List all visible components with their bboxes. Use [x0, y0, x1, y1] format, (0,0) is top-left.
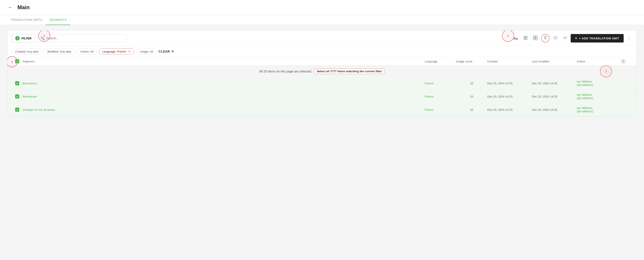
filter-button[interactable]: 1 FILTER: [12, 34, 35, 43]
table-row: Bienvenue ! French 10 Dec 03, 2024 14:25…: [8, 77, 636, 90]
search-input[interactable]: [46, 37, 124, 40]
chip-modified[interactable]: Modified: Any date: [44, 49, 75, 55]
filter-badge: 1: [15, 36, 20, 41]
more-options-button[interactable]: ⋮: [626, 35, 632, 42]
chip-usage[interactable]: Usage: All: [136, 49, 156, 55]
table-row: Bienvenue! French 10 Dec 03, 2024 14:25 …: [8, 90, 636, 103]
tab-segments[interactable]: SEGMENTS: [46, 15, 70, 25]
cell-language-1: French: [425, 82, 456, 85]
cell-segment-2: Bienvenue!: [22, 95, 425, 98]
grid-icon: [533, 36, 538, 41]
chip-close-icon[interactable]: ✕: [128, 50, 131, 53]
column-settings-icon-btn[interactable]: [622, 59, 626, 63]
svg-rect-7: [525, 39, 526, 40]
toolbar: 1 FILTER 🔍 Aa: [8, 31, 636, 46]
th-actions: [622, 59, 632, 63]
add-translation-unit-button[interactable]: + + ADD TRANSLATION UNIT: [571, 34, 624, 43]
plus-icon: +: [575, 36, 577, 40]
cell-created-2: Dec 03, 2024 14:25: [487, 95, 532, 98]
svg-rect-0: [524, 36, 524, 37]
cell-language-3: French: [425, 108, 456, 111]
case-icon: Aa: [514, 37, 518, 40]
cell-author-3: Ian Williams (@i.williams): [577, 106, 622, 113]
table-header: 2 Segment ↓ Language Usage count Created…: [8, 57, 636, 66]
clear-button[interactable]: CLEAR ✕: [158, 50, 174, 53]
svg-rect-8: [526, 39, 527, 40]
th-author: Author: [577, 60, 622, 63]
cell-segment-3: Changer le mot de passe: [22, 108, 425, 111]
toolbar-icons: Aa: [512, 34, 632, 43]
cell-usage-3: 10: [456, 108, 487, 111]
search-wrapper: 🔍: [38, 35, 127, 42]
cell-modified-2: Dec 03, 2024 14:25: [532, 95, 577, 98]
cell-author-1: Ian Williams (@i.williams): [577, 80, 622, 87]
content-card: 1 4 1 FILTER 🔍 Aa: [7, 31, 637, 117]
sort-icon: [563, 36, 567, 41]
cell-created-1: Dec 03, 2024 14:25: [487, 82, 532, 85]
select-all-check[interactable]: [15, 59, 19, 63]
th-usage-count: Usage count: [456, 60, 487, 63]
filter-label: FILTER: [22, 37, 32, 40]
row-checkbox-1[interactable]: [12, 81, 22, 85]
select-all-banner: 3 All 25 items on this page are selected…: [8, 66, 636, 77]
row-checkbox-3[interactable]: [12, 108, 22, 112]
chart-icon-btn[interactable]: [522, 34, 530, 43]
row-checkbox-2[interactable]: [12, 94, 22, 98]
chip-language-label: Language: French: [102, 50, 126, 53]
cell-usage-2: 10: [456, 95, 487, 98]
sort-down-icon[interactable]: ↓: [35, 60, 36, 63]
chip-created[interactable]: Created: Any date: [12, 49, 42, 55]
cell-segment-1: Bienvenue !: [22, 82, 425, 85]
case-icon-btn[interactable]: Aa: [512, 35, 520, 42]
chip-language[interactable]: Language: French ✕: [99, 48, 134, 55]
chip-author[interactable]: Author: All: [77, 49, 97, 55]
sync-icon: [553, 36, 558, 41]
select-banner-text: All 25 items on this page are selected.: [259, 70, 312, 73]
cell-author-2: Ian Williams (@i.williams): [577, 93, 622, 100]
svg-rect-5: [526, 37, 527, 38]
filter-chips-bar: Created: Any date Modified: Any date Aut…: [8, 46, 636, 57]
svg-rect-1: [525, 36, 526, 37]
add-label: + ADD TRANSLATION UNIT: [579, 37, 619, 40]
more-icon: ⋮: [627, 36, 631, 41]
th-language: Language: [425, 60, 456, 63]
svg-rect-10: [536, 36, 537, 38]
grid-icon-btn[interactable]: [531, 34, 539, 43]
sort-button[interactable]: [561, 34, 569, 43]
svg-rect-3: [524, 37, 524, 38]
svg-rect-2: [526, 36, 527, 37]
svg-rect-12: [536, 38, 537, 40]
cell-language-2: French: [425, 95, 456, 98]
chart-icon: [523, 36, 528, 41]
th-segment: Segment ↓: [22, 60, 425, 63]
svg-rect-9: [533, 36, 535, 38]
select-all-checkbox[interactable]: [12, 59, 22, 63]
table-row: Changer le mot de passe French 10 Dec 03…: [8, 103, 636, 116]
select-all-button[interactable]: Select all 7777 items matching the curre…: [314, 69, 385, 74]
cell-usage-1: 10: [456, 82, 487, 85]
svg-rect-14: [624, 60, 625, 63]
svg-rect-6: [524, 39, 524, 40]
th-last-modified: Last modified: [532, 60, 577, 63]
tab-translation-units[interactable]: TRANSLATION UNITS: [7, 15, 46, 25]
th-created: Created: [487, 60, 532, 63]
cell-created-3: Dec 03, 2024 14:25: [487, 108, 532, 111]
search-icon: 🔍: [40, 36, 45, 41]
tabs-bar: TRANSLATION UNITS SEGMENTS: [0, 15, 644, 25]
sync-button[interactable]: [552, 34, 560, 43]
back-button[interactable]: ←: [7, 4, 14, 11]
page-title: Main: [18, 4, 30, 11]
clear-close-icon: ✕: [171, 50, 174, 53]
clear-label: CLEAR: [158, 50, 170, 53]
cell-modified-3: Dec 03, 2024 14:25: [532, 108, 577, 111]
svg-rect-4: [525, 37, 526, 38]
cell-modified-1: Dec 03, 2024 14:25: [532, 82, 577, 85]
delete-button[interactable]: [541, 34, 550, 43]
svg-rect-11: [533, 38, 535, 40]
svg-rect-13: [622, 60, 623, 63]
trash-icon: [544, 36, 548, 41]
